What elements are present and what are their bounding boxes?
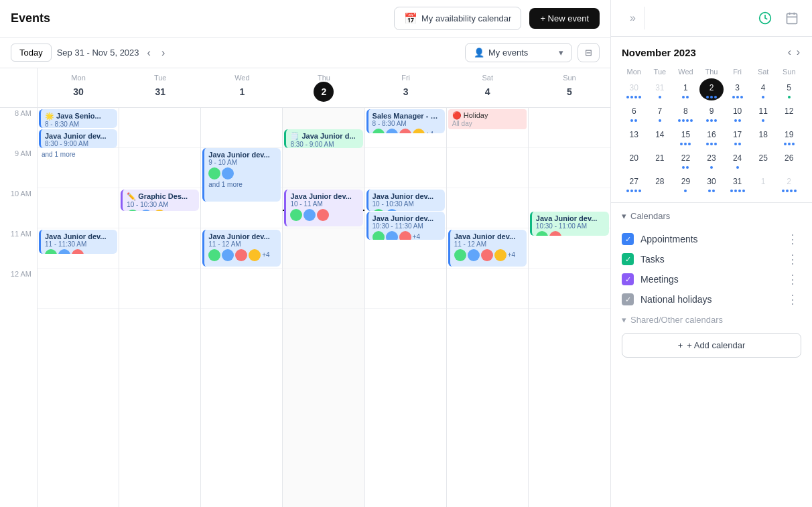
right-sidebar: » November 2023 ‹ › Mon Tue Wed Thu [611, 0, 812, 507]
filter-button[interactable]: ⊟ [578, 43, 600, 62]
avatar [549, 231, 561, 236]
event-java-junior-thu1[interactable]: 🗒️ Java Junior d... 8:30 - 9:00 AM [284, 129, 362, 148]
mini-day-30[interactable]: 30 [699, 172, 724, 194]
mini-day-21[interactable]: 21 [648, 149, 673, 171]
mini-day-2-nov[interactable]: 2 [699, 78, 724, 100]
collapse-button[interactable]: » [622, 7, 645, 29]
holidays-more-button[interactable]: ⋮ [784, 293, 801, 305]
mini-day-20[interactable]: 20 [622, 149, 647, 171]
avatar [386, 231, 398, 240]
mini-day-14[interactable]: 14 [648, 125, 673, 147]
avatar [208, 167, 220, 179]
event-java-junior-wed1[interactable]: Java Junior dev... 9 - 10 AM and 1 more [202, 148, 281, 202]
meetings-more-button[interactable]: ⋮ [784, 273, 801, 285]
day-col-wed1: Java Junior dev... 9 - 10 AM and 1 more … [201, 108, 283, 507]
mini-day-2-dec[interactable]: 2 [776, 172, 801, 194]
next-week-button[interactable]: › [159, 46, 167, 60]
add-cal-label: + Add calendar [687, 340, 745, 350]
mini-day-13[interactable]: 13 [622, 125, 647, 147]
mini-day-19[interactable]: 19 [776, 125, 801, 147]
mini-day-22[interactable]: 22 [673, 149, 698, 171]
mini-day-3-nov[interactable]: 3 [725, 78, 750, 100]
add-calendar-button[interactable]: + + Add calendar [622, 333, 801, 358]
avatar [399, 231, 411, 240]
mini-day-1-dec[interactable]: 1 [751, 172, 776, 194]
svg-rect-1 [787, 13, 797, 23]
mini-day-15[interactable]: 15 [673, 125, 698, 147]
mini-day-10[interactable]: 10 [725, 102, 750, 124]
mini-prev-month[interactable]: ‹ [787, 45, 793, 60]
mini-day-4-nov[interactable]: 4 [751, 78, 776, 100]
today-button[interactable]: Today [11, 44, 52, 62]
mini-calendar-icon[interactable] [783, 9, 801, 27]
appointments-more-button[interactable]: ⋮ [784, 233, 801, 245]
person-icon: 👤 [474, 48, 484, 58]
event-java-junior-wed2[interactable]: Java Junior dev... 11 - 12 AM +4 [202, 230, 281, 267]
mini-day-18[interactable]: 18 [751, 125, 776, 147]
appointments-checkbox[interactable]: ✓ [622, 233, 634, 245]
my-events-select[interactable]: 👤 My events ▾ [465, 43, 572, 62]
mini-day-9[interactable]: 9 [699, 102, 724, 124]
meetings-checkbox[interactable]: ✓ [622, 273, 634, 285]
mini-day-30-oct[interactable]: 30 [622, 78, 647, 100]
mini-day-24[interactable]: 24 [725, 149, 750, 171]
more-events-mon[interactable]: and 1 more [42, 151, 76, 158]
mini-day-1-nov[interactable]: 1 [673, 78, 698, 100]
mini-day-28[interactable]: 28 [648, 172, 673, 194]
holidays-label: National holidays [640, 294, 777, 305]
holidays-checkbox[interactable]: ✓ [622, 293, 634, 305]
event-java-junior-thu2[interactable]: Java Junior dev... 10 - 11 AM [284, 190, 362, 226]
toolbar: Today Sep 31 - Nov 5, 2023 ‹ › 👤 My even… [0, 38, 610, 68]
event-java-junior-fri2[interactable]: Java Junior dev... 10:30 - 11:30 AM +4 [366, 212, 445, 240]
calendars-toggle[interactable]: ▾ Calendars [622, 211, 801, 221]
avatar [386, 209, 398, 211]
mini-next-month[interactable]: › [795, 45, 801, 60]
mini-day-29[interactable]: 29 [673, 172, 698, 194]
calendar-icon: 📅 [404, 12, 417, 25]
calendar-item-tasks: ✓ Tasks ⋮ [622, 249, 801, 269]
calendar-item-meetings: ✓ Meetings ⋮ [622, 269, 801, 289]
event-java-junior-mon2[interactable]: Java Junior dev... 11 - 11:30 AM [39, 230, 117, 254]
avatar [58, 249, 70, 254]
event-java-junior-mon1[interactable]: Java Junior dev... 8:30 - 9:00 AM [39, 129, 117, 148]
time-9am: 9 AM [0, 148, 37, 188]
mini-day-6[interactable]: 6 [622, 102, 647, 124]
event-graphic-des-tue[interactable]: ✏️ Graphic Des... 10 - 10:30 AM [121, 190, 199, 211]
event-java-junior-sun1[interactable]: Java Junior dev... 10:30 - 11:00 AM [530, 212, 609, 236]
event-java-junior-sat1[interactable]: Java Junior dev... 11 - 12 AM +4 [448, 230, 527, 267]
mini-day-31-oct[interactable]: 31 [648, 78, 673, 100]
mini-day-31[interactable]: 31 [725, 172, 750, 194]
mini-day-25[interactable]: 25 [751, 149, 776, 171]
day-header-sat4: Sat 4 [447, 68, 529, 107]
day-header-mon30: Mon 30 [38, 68, 119, 107]
day-col-tue31: ✏️ Graphic Des... 10 - 10:30 AM [119, 108, 201, 507]
mini-day-27[interactable]: 27 [622, 172, 647, 194]
filter-icon: ⊟ [585, 48, 592, 58]
mini-day-16[interactable]: 16 [699, 125, 724, 147]
event-java-senior-mon[interactable]: 🌟 Java Senio... 8 - 8:30 AM +4 [39, 109, 117, 128]
mini-cal-header: November 2023 ‹ › [622, 45, 801, 60]
avatar [317, 209, 329, 221]
page-title: Events [11, 11, 50, 25]
clock-icon[interactable] [756, 9, 774, 27]
appointments-label: Appointments [640, 234, 777, 244]
mini-day-11[interactable]: 11 [751, 102, 776, 124]
event-holiday-sat[interactable]: 🔴 Holiday All day [448, 109, 527, 129]
mini-day-23[interactable]: 23 [699, 149, 724, 171]
mini-day-8[interactable]: 8 [673, 102, 698, 124]
availability-calendar-button[interactable]: 📅 My availability calendar [394, 7, 521, 30]
header: Events 📅 My availability calendar + New … [0, 0, 610, 38]
tasks-more-button[interactable]: ⋮ [784, 253, 801, 265]
mini-day-26[interactable]: 26 [776, 149, 801, 171]
mini-cal-nav: ‹ › [787, 45, 801, 60]
event-java-junior-fri1[interactable]: Java Junior dev... 10 - 10:30 AM [366, 190, 445, 211]
prev-week-button[interactable]: ‹ [145, 46, 153, 60]
mini-day-7[interactable]: 7 [648, 102, 673, 124]
new-event-button[interactable]: + New event [529, 8, 600, 29]
event-sales-manager-fri[interactable]: Sales Manager - Tatiana Patris 8 - 8:30 … [366, 109, 445, 133]
tasks-checkbox[interactable]: ✓ [622, 253, 634, 265]
mini-day-12[interactable]: 12 [776, 102, 801, 124]
mini-day-17[interactable]: 17 [725, 125, 750, 147]
shared-calendars-toggle[interactable]: ▾ Shared/Other calendars [622, 315, 801, 325]
mini-day-5-nov[interactable]: 5 [776, 78, 801, 100]
